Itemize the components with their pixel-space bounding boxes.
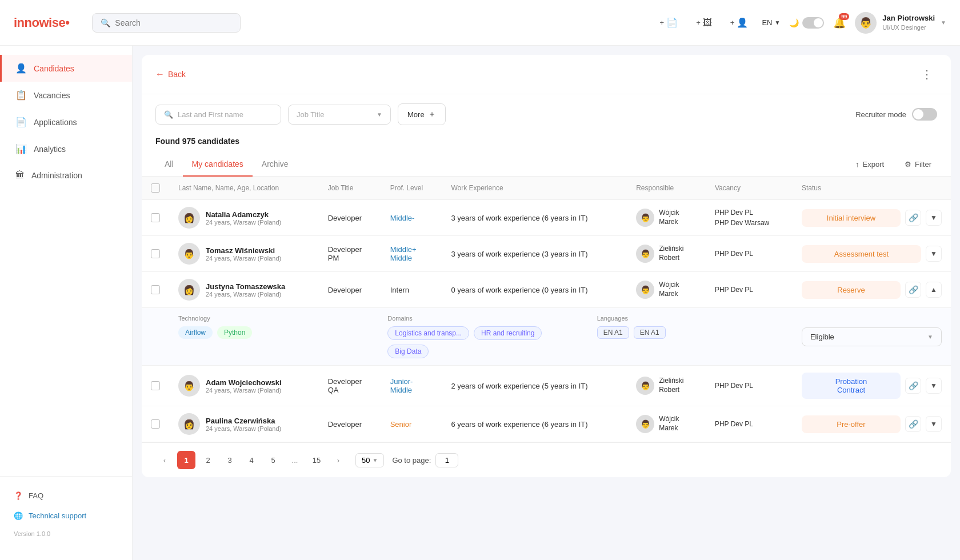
row-5-job-title: Developer [319, 406, 381, 442]
go-to-label: Go to page: [392, 456, 431, 465]
candidate-sub-1: 24 years, Warsaw (Poland) [206, 219, 281, 226]
search-bar[interactable]: 🔍 [92, 13, 241, 33]
eligible-select[interactable]: Eligible ▼ [802, 327, 942, 346]
row-5-checkbox[interactable] [151, 419, 160, 429]
page-btn-2[interactable]: 2 [199, 451, 217, 469]
sidebar-faq[interactable]: ❓ FAQ [0, 486, 132, 506]
sidebar-item-applications[interactable]: 📄 Applications [0, 109, 132, 135]
candidate-name-1[interactable]: Natalia Adamczyk [206, 210, 281, 219]
sidebar-item-candidates[interactable]: 👤 Candidates [0, 55, 132, 82]
table-row: 👩 Natalia Adamczyk 24 years, Warsaw (Pol… [142, 200, 951, 236]
add-image-btn[interactable]: + 🖼 [691, 14, 717, 31]
page-btn-15[interactable]: 15 [307, 451, 326, 469]
status-dropdown-btn-2[interactable]: ▼ [926, 246, 942, 262]
prof-level-1[interactable]: Middle- [390, 214, 415, 222]
row-2-checkbox[interactable] [151, 249, 160, 258]
candidate-name-4[interactable]: Adam Wojciechowski [206, 378, 282, 387]
tag-bigdata[interactable]: Big Data [387, 345, 429, 358]
prof-level-2[interactable]: Middle+Middle [390, 245, 417, 262]
tag-hr[interactable]: HR and recruiting [474, 326, 542, 340]
status-badge-1[interactable]: Initial interview [802, 209, 901, 227]
status-badge-2[interactable]: Assessment test [802, 245, 921, 263]
administration-icon: 🏛 [15, 170, 25, 181]
sidebar-support[interactable]: 🌐 Technical support [0, 506, 132, 526]
candidate-name-3[interactable]: Justyna Tomaszewska [206, 282, 285, 291]
tag-python[interactable]: Python [217, 326, 252, 339]
select-all-checkbox[interactable] [151, 183, 160, 193]
recruiter-toggle-track[interactable] [912, 108, 937, 121]
row-1-checkbox[interactable] [151, 213, 160, 222]
page-size-select[interactable]: 50 ▼ [355, 453, 384, 467]
status-dropdown-btn-3[interactable]: ▲ [926, 282, 942, 298]
document-icon: 📄 [666, 17, 678, 28]
job-title-select[interactable]: Job Title ▼ [288, 105, 391, 125]
status-edit-btn-5[interactable]: 🔗 [905, 416, 921, 432]
sidebar-item-administration[interactable]: 🏛 Administration [0, 162, 132, 189]
status-dropdown-btn-5[interactable]: ▼ [926, 416, 942, 432]
candidate-sub-5: 24 years, Warsaw (Poland) [206, 425, 281, 432]
filter-button[interactable]: ⚙ Filter [899, 157, 937, 172]
candidate-name-2[interactable]: Tomasz Wiśniewski [206, 246, 281, 255]
version-label: Version 1.0.0 [0, 526, 132, 542]
sidebar-label-candidates: Candidates [34, 64, 74, 73]
add-image-icon: + [696, 18, 701, 27]
notification-bell[interactable]: 🔔 99 [833, 17, 846, 29]
tag-airflow[interactable]: Airflow [178, 326, 213, 339]
technology-tags: Airflow Python [178, 326, 365, 339]
responsible-info-2: 👨 ZielińskiRobert [636, 245, 697, 263]
candidate-name-5[interactable]: Paulina Czerwińska [206, 417, 281, 425]
page-btn-3[interactable]: 3 [221, 451, 239, 469]
status-edit-btn-1[interactable]: 🔗 [905, 210, 921, 226]
add-person-btn[interactable]: + 👤 [726, 14, 753, 31]
language-tags: EN A1 EN A1 [597, 326, 783, 339]
tag-logistics[interactable]: Logistics and transp... [387, 326, 469, 340]
row-3-checkbox[interactable] [151, 285, 160, 294]
status-badge-5[interactable]: Pre-offer [802, 415, 901, 433]
user-avatar: 👨 [855, 12, 877, 34]
go-to-input[interactable] [435, 453, 458, 467]
row-1-status-cell: Initial interview 🔗 ▼ [793, 200, 951, 236]
page-prev-btn[interactable]: ‹ [155, 451, 174, 469]
add-document-btn[interactable]: + 📄 [655, 14, 683, 31]
resp-name-4: ZielińskiRobert [659, 377, 683, 394]
status-edit-btn-3[interactable]: 🔗 [905, 282, 921, 298]
page-next-btn[interactable]: › [329, 451, 347, 469]
lang-tag-1[interactable]: EN A1 [597, 326, 629, 339]
prof-level-4[interactable]: Junior-Middle [390, 377, 413, 394]
status-dropdown-btn-4[interactable]: ▼ [926, 378, 942, 394]
recruiter-mode-toggle[interactable]: Recruiter mode [855, 108, 937, 121]
candidate-details-2: Tomasz Wiśniewski 24 years, Warsaw (Pola… [206, 246, 281, 262]
tab-archive[interactable]: Archive [253, 153, 298, 177]
page-btn-5[interactable]: 5 [264, 451, 282, 469]
sidebar-item-vacancies[interactable]: 📋 Vacancies [0, 82, 132, 109]
theme-toggle[interactable]: 🌙 [789, 17, 824, 29]
lang-tag-2[interactable]: EN A1 [634, 326, 666, 339]
prof-level-5[interactable]: Senior [390, 420, 412, 429]
status-cell-3: Reserve 🔗 ▲ [802, 281, 942, 299]
more-options-button[interactable]: ⋮ [917, 65, 937, 83]
name-search-input[interactable]: 🔍 Last and First name [155, 105, 281, 125]
status-badge-4[interactable]: ProbationContract [802, 373, 901, 399]
row-5-name-cell: 👩 Paulina Czerwińska 24 years, Warsaw (P… [169, 406, 319, 442]
row-2-status-cell: Assessment test ▼ [793, 236, 951, 272]
tab-my-candidates[interactable]: My candidates [183, 153, 253, 177]
toggle-track[interactable] [802, 17, 824, 29]
user-menu[interactable]: 👨 Jan Piotrowski UI/UX Desinger ▼ [855, 12, 946, 34]
row-1-vacancy: PHP Dev PLPHP Dev Warsaw [706, 200, 793, 236]
tab-all[interactable]: All [155, 153, 183, 177]
row-4-vacancy: PHP Dev PL [706, 366, 793, 406]
back-button[interactable]: ← Back [155, 69, 186, 79]
sidebar-item-analytics[interactable]: 📊 Analytics [0, 135, 132, 162]
page-btn-1[interactable]: 1 [177, 451, 195, 469]
more-filter-label: More [407, 110, 425, 119]
search-input[interactable] [115, 18, 232, 27]
row-4-status-cell: ProbationContract 🔗 ▼ [793, 366, 951, 406]
more-filter-button[interactable]: More ＋ [398, 103, 446, 125]
row-4-checkbox[interactable] [151, 381, 160, 390]
language-selector[interactable]: EN ▼ [762, 18, 780, 27]
status-dropdown-btn-1[interactable]: ▼ [926, 210, 942, 226]
page-btn-4[interactable]: 4 [242, 451, 261, 469]
status-badge-3[interactable]: Reserve [802, 281, 901, 299]
status-edit-btn-4[interactable]: 🔗 [905, 378, 921, 394]
export-button[interactable]: ↑ Export [850, 157, 890, 172]
